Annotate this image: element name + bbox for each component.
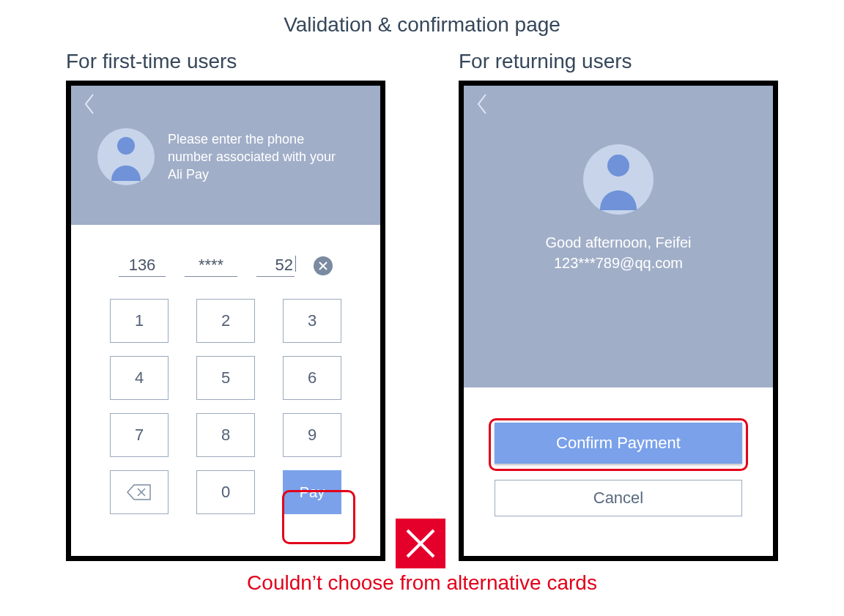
page-title: Validation & confirmation page — [0, 0, 844, 50]
avatar-icon — [583, 144, 654, 215]
back-icon[interactable] — [83, 93, 369, 115]
greeting-text: Good afternoon, Feifei — [464, 232, 773, 253]
footer-caption: Couldn’t choose from alternative cards — [0, 571, 844, 595]
right-phone-mock: Good afternoon, Feifei 123***789@qq.com … — [459, 81, 778, 561]
key-6[interactable]: 6 — [283, 356, 341, 400]
keypad: 1 2 3 4 5 6 7 8 9 0 Pay — [71, 299, 380, 514]
clear-icon[interactable] — [314, 256, 333, 275]
key-4[interactable]: 4 — [110, 356, 169, 400]
phone-seg-1[interactable]: 136 — [119, 254, 166, 277]
key-3[interactable]: 3 — [283, 299, 341, 343]
phone-seg-2[interactable]: **** — [185, 254, 237, 277]
key-8[interactable]: 8 — [196, 413, 255, 457]
key-pay-button[interactable]: Pay — [283, 470, 341, 514]
right-header: Good afternoon, Feifei 123***789@qq.com — [464, 86, 773, 387]
key-9[interactable]: 9 — [283, 413, 341, 457]
header-instruction: Please enter the phone number associated… — [168, 130, 336, 184]
key-5[interactable]: 5 — [196, 356, 255, 400]
left-header: Please enter the phone number associated… — [71, 86, 380, 225]
key-7[interactable]: 7 — [110, 413, 169, 457]
backspace-icon — [127, 484, 152, 500]
key-backspace[interactable] — [110, 470, 169, 514]
user-email: 123***789@qq.com — [464, 253, 773, 273]
key-0[interactable]: 0 — [196, 470, 255, 514]
confirm-payment-button[interactable]: Confirm Payment — [495, 423, 742, 464]
svg-point-0 — [117, 137, 135, 155]
cancel-button[interactable]: Cancel — [495, 480, 742, 516]
error-x-icon — [396, 519, 445, 568]
right-column-title: For returning users — [459, 50, 778, 73]
key-2[interactable]: 2 — [196, 299, 255, 343]
key-1[interactable]: 1 — [110, 299, 169, 343]
phone-seg-3[interactable]: 52 — [256, 254, 295, 277]
avatar-icon — [97, 128, 155, 185]
svg-point-5 — [607, 155, 629, 177]
left-column-title: For first-time users — [66, 50, 385, 73]
left-phone-mock: Please enter the phone number associated… — [66, 81, 385, 561]
phone-input[interactable]: 136 **** 52 — [71, 254, 380, 277]
